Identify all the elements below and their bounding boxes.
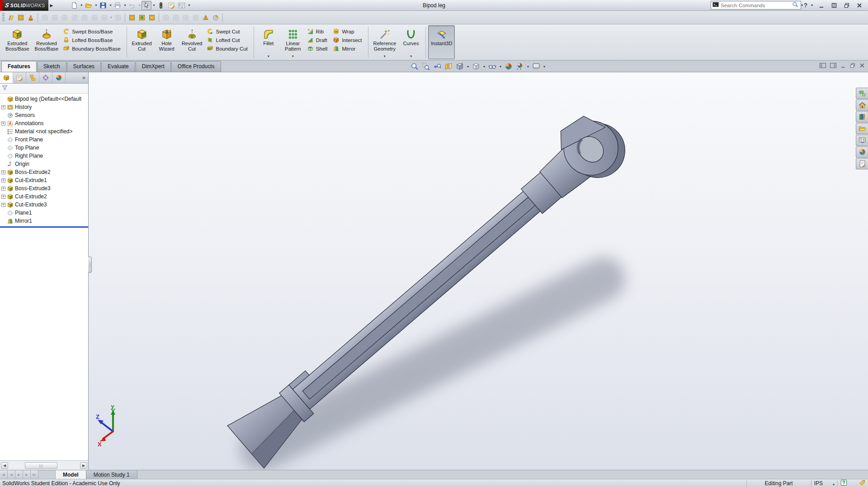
nav-next-button[interactable]: ▶: [15, 470, 23, 479]
boundary-boss-button[interactable]: Boundary Boss/Base: [61, 44, 124, 53]
file-properties-button[interactable]: [166, 1, 176, 10]
view-two-button[interactable]: [137, 13, 147, 22]
expand-icon[interactable]: +: [1, 122, 5, 126]
section-tool-button[interactable]: [201, 13, 211, 22]
new-button[interactable]: [69, 1, 79, 10]
anchor-tool-button[interactable]: [113, 13, 123, 22]
select-button[interactable]: [142, 1, 151, 10]
expand-icon[interactable]: +: [1, 178, 5, 183]
new-dropdown-caret[interactable]: ▾: [80, 3, 83, 7]
units-caret-icon[interactable]: ▴: [833, 482, 835, 486]
solidworks-resources-tab[interactable]: [856, 99, 868, 111]
pane-right-icon[interactable]: [830, 62, 837, 70]
doc-tab-motion-study-1[interactable]: Motion Study 1: [86, 470, 137, 479]
undo-dropdown-caret[interactable]: ▾: [137, 3, 141, 7]
tag-icon[interactable]: [859, 479, 866, 487]
apply-scene-caret[interactable]: ▾: [526, 65, 530, 69]
custom-properties-tab[interactable]: [856, 158, 868, 169]
edit-appearance-button[interactable]: [504, 62, 514, 71]
open-dropdown-caret[interactable]: ▾: [94, 3, 98, 7]
tree-item-front-plane[interactable]: Front Plane: [0, 136, 88, 144]
sketch-tool-3-button[interactable]: [26, 13, 36, 22]
fillet-button[interactable]: Fillet▾: [256, 25, 281, 59]
feature-tool-1-button[interactable]: [40, 13, 50, 22]
linear-pattern-button[interactable]: Linear Pattern▾: [281, 25, 305, 59]
tree-item-origin[interactable]: Origin: [0, 160, 88, 168]
tree-item-cut-extrude3[interactable]: +Cut-Extrude3: [0, 201, 88, 209]
close-button[interactable]: [854, 1, 864, 9]
save-button[interactable]: [98, 1, 108, 10]
close-document-icon[interactable]: [859, 62, 865, 70]
print-button[interactable]: [113, 1, 123, 10]
magnifier-icon[interactable]: [792, 1, 798, 9]
restore-button[interactable]: [842, 1, 852, 9]
doc-tab-model[interactable]: Model: [56, 470, 86, 479]
view-orientation-button[interactable]: [455, 62, 465, 71]
view-palette-tab[interactable]: [856, 135, 868, 146]
render-tool-button[interactable]: [211, 13, 221, 22]
appearances-scenes-tab[interactable]: [856, 146, 868, 158]
reference-geometry-button[interactable]: Reference Geometry▾: [371, 25, 399, 59]
search-input[interactable]: [721, 3, 790, 8]
tree-item-boss-extrude2[interactable]: +Boss-Extrude2: [0, 168, 88, 176]
zoom-to-area-button[interactable]: [421, 62, 431, 71]
hide-show-items-caret[interactable]: ▾: [499, 65, 502, 69]
restore-document-icon[interactable]: [849, 62, 856, 70]
view-settings-button[interactable]: [531, 62, 541, 71]
revolved-cut-button[interactable]: Revolved Cut: [179, 25, 205, 59]
expand-icon[interactable]: +: [1, 187, 5, 191]
options-button[interactable]: [177, 1, 187, 10]
tree-item-material-not-specified[interactable]: Material <not specified>: [0, 127, 88, 136]
manager-tabs-overflow[interactable]: »: [80, 72, 88, 83]
rebuild-button[interactable]: [156, 1, 166, 10]
view-orientation-caret[interactable]: ▾: [466, 65, 470, 69]
nav-last-button[interactable]: ▶: [23, 470, 31, 479]
section-view-button[interactable]: [443, 62, 453, 71]
options-dropdown-caret[interactable]: ▾: [187, 3, 191, 7]
undo-button[interactable]: [127, 1, 137, 10]
menu-expand-icon[interactable]: ▶: [50, 3, 53, 8]
filter-icon[interactable]: [1, 84, 8, 93]
tree-item-sensors[interactable]: Sensors: [0, 111, 88, 119]
hole-wizard-button[interactable]: Hole Wizard: [155, 25, 179, 59]
window-tool-button[interactable]: [181, 13, 191, 22]
rollback-bar[interactable]: [0, 226, 88, 228]
scroll-thumb[interactable]: |||: [25, 462, 57, 469]
mirror-button[interactable]: Mirror: [331, 44, 365, 53]
configurationmanager-tab[interactable]: [26, 72, 39, 83]
tab-sketch[interactable]: Sketch: [37, 61, 66, 72]
tree-item-history[interactable]: +History: [0, 103, 88, 111]
tree-item-annotations[interactable]: +Annotations: [0, 119, 88, 127]
feature-tool-3-button[interactable]: [60, 13, 70, 22]
zoom-to-fit-button[interactable]: [410, 62, 420, 71]
tree-item-right-plane[interactable]: Right Plane: [0, 152, 88, 160]
view-four-button[interactable]: [147, 13, 157, 22]
display-style-caret[interactable]: ▾: [482, 65, 486, 69]
expand-icon[interactable]: +: [1, 203, 5, 207]
graphics-viewport[interactable]: Z X Y: [89, 72, 868, 470]
help-dropdown-caret[interactable]: ▾: [810, 3, 814, 7]
maximize-button[interactable]: [829, 1, 839, 9]
file-explorer-tab[interactable]: [856, 123, 868, 134]
tab-dimxpert[interactable]: DimXpert: [136, 61, 171, 72]
extruded-cut-button[interactable]: Extruded Cut: [129, 25, 155, 59]
intersect-button[interactable]: Intersect: [331, 36, 365, 44]
expand-icon[interactable]: +: [1, 170, 5, 174]
expand-icon[interactable]: +: [1, 105, 5, 109]
reference-geometry-caret[interactable]: ▾: [384, 54, 386, 58]
feature-tool-7-caret[interactable]: ▾: [109, 15, 113, 19]
featuremanager-tab[interactable]: [0, 72, 13, 83]
tree-item-plane1[interactable]: Plane1: [0, 209, 88, 217]
save-dropdown-caret[interactable]: ▾: [108, 3, 112, 7]
solidworks-forum-tab[interactable]: [856, 88, 868, 99]
nav-first-button[interactable]: ◀|: [0, 470, 8, 479]
feature-tool-6-button[interactable]: [90, 13, 99, 22]
tree-item-boss-extrude3[interactable]: +Boss-Extrude3: [0, 184, 88, 192]
shell-button[interactable]: Shell: [305, 44, 331, 53]
revolved-boss-button[interactable]: Revolved Boss/Base: [32, 25, 61, 59]
instant3d-button[interactable]: Instant3D: [428, 25, 455, 59]
nav-end-button[interactable]: ▶|: [31, 470, 38, 479]
feature-tool-4-button[interactable]: [70, 13, 80, 22]
units-selector[interactable]: IPS▴: [814, 480, 835, 487]
open-button[interactable]: [84, 1, 94, 10]
